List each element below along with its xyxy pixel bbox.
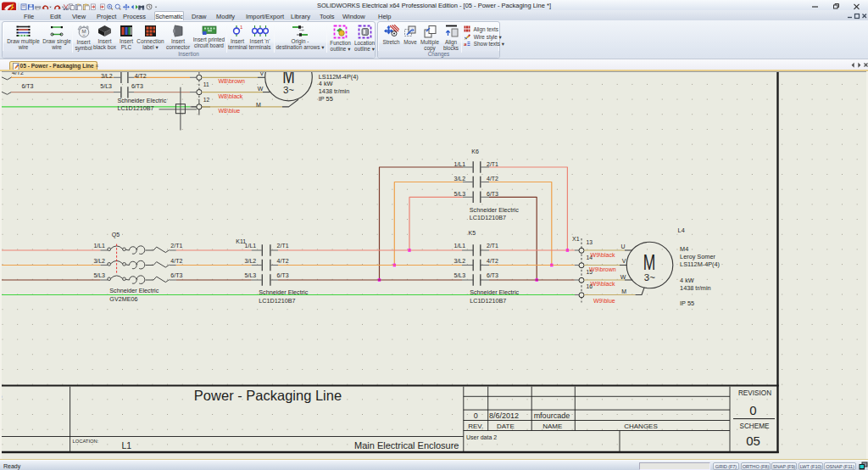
svg-text:4/T2: 4/T2 xyxy=(487,258,498,264)
svg-text:V: V xyxy=(260,72,264,76)
svg-text:a: a xyxy=(464,41,467,48)
svg-text:3~: 3~ xyxy=(644,272,655,283)
svg-text:3/L2: 3/L2 xyxy=(454,258,466,264)
svg-text:3/L2: 3/L2 xyxy=(93,258,105,264)
svg-text:K5: K5 xyxy=(469,230,476,236)
svg-text:2/T1: 2/T1 xyxy=(277,243,289,249)
svg-text:3/L2: 3/L2 xyxy=(245,258,257,264)
svg-text:1/L1: 1/L1 xyxy=(93,243,105,249)
svg-text:REVISION: REVISION xyxy=(738,389,771,397)
svg-text:5/L3: 5/L3 xyxy=(100,83,112,89)
svg-text:Schneider Electric: Schneider Electric xyxy=(109,287,159,294)
svg-text:LOCATION:: LOCATION: xyxy=(73,439,99,444)
svg-text:2/T1: 2/T1 xyxy=(487,243,498,249)
svg-text:IP 55: IP 55 xyxy=(319,95,333,103)
svg-text:5/L3: 5/L3 xyxy=(93,272,105,278)
svg-text:W8\blue: W8\blue xyxy=(219,108,241,114)
svg-text:8/6/2012: 8/6/2012 xyxy=(489,411,519,420)
svg-text:User data 2: User data 2 xyxy=(466,434,497,440)
svg-text:NAME: NAME xyxy=(542,422,562,430)
svg-text:Q5: Q5 xyxy=(112,232,120,238)
svg-text:1438 tr/min: 1438 tr/min xyxy=(319,87,350,95)
svg-text:1: 1 xyxy=(240,25,243,30)
svg-text:W8\black: W8\black xyxy=(219,93,243,99)
svg-text:L4: L4 xyxy=(678,227,685,234)
svg-text:3/L2: 3/L2 xyxy=(101,73,113,79)
svg-text:1438 tr/min: 1438 tr/min xyxy=(680,284,711,292)
svg-text:LC1D1210B7: LC1D1210B7 xyxy=(470,214,506,221)
svg-text:IP 55: IP 55 xyxy=(680,299,694,307)
svg-text:05: 05 xyxy=(746,434,760,448)
svg-text:2/T1: 2/T1 xyxy=(170,243,182,249)
svg-text:LS112M-4P(4): LS112M-4P(4) xyxy=(680,260,720,268)
svg-text:5/L3: 5/L3 xyxy=(454,272,466,278)
svg-text:4/T2: 4/T2 xyxy=(135,73,147,79)
svg-text:M: M xyxy=(256,102,261,108)
svg-text:W9\brown: W9\brown xyxy=(589,266,616,272)
svg-text:W9\blue: W9\blue xyxy=(593,298,615,304)
svg-text:12: 12 xyxy=(203,97,210,103)
svg-text:GV2ME06: GV2ME06 xyxy=(109,295,137,303)
svg-text:W8\brown: W8\brown xyxy=(219,78,246,84)
svg-text:W: W xyxy=(258,86,264,92)
svg-text:X1: X1 xyxy=(572,236,580,242)
svg-text:1/L1: 1/L1 xyxy=(454,243,466,249)
svg-text:4/T2: 4/T2 xyxy=(487,176,498,182)
svg-text:1/L1: 1/L1 xyxy=(245,243,257,249)
svg-text:6/T3: 6/T3 xyxy=(487,191,498,197)
svg-text:M: M xyxy=(643,249,656,275)
svg-text:5/L3: 5/L3 xyxy=(454,191,466,197)
svg-text:W9\black: W9\black xyxy=(591,281,615,287)
svg-text:4 kW: 4 kW xyxy=(319,80,333,87)
svg-text:3~: 3~ xyxy=(283,85,294,95)
svg-text:M: M xyxy=(621,288,626,294)
svg-text:Schneider Electric: Schneider Electric xyxy=(117,97,166,104)
svg-text:CHANGES: CHANGES xyxy=(624,422,658,430)
svg-text:3/L2: 3/L2 xyxy=(454,176,466,182)
svg-text:LC1D1210B7: LC1D1210B7 xyxy=(117,104,153,112)
svg-text:LC1D1210B7: LC1D1210B7 xyxy=(259,297,295,305)
svg-text:LC1D1210B7: LC1D1210B7 xyxy=(470,297,506,305)
svg-text:0: 0 xyxy=(474,411,478,420)
svg-text:K6: K6 xyxy=(471,148,479,154)
svg-text:6/T3: 6/T3 xyxy=(21,83,33,89)
svg-text:L1: L1 xyxy=(122,440,132,450)
svg-text:Schneider Electric: Schneider Electric xyxy=(470,288,519,296)
svg-text:6/T3: 6/T3 xyxy=(131,83,143,89)
svg-text:W: W xyxy=(620,274,626,280)
svg-text:5/L3: 5/L3 xyxy=(245,272,257,278)
svg-text:6/T3: 6/T3 xyxy=(487,272,498,278)
svg-text:mfourcade: mfourcade xyxy=(534,411,570,420)
svg-text:1/L1: 1/L1 xyxy=(454,161,466,167)
svg-text:4/T2: 4/T2 xyxy=(12,72,24,76)
svg-text:~: ~ xyxy=(82,32,85,37)
svg-text:6/T3: 6/T3 xyxy=(277,272,289,278)
svg-text:Main Electrical Enclosure: Main Electrical Enclosure xyxy=(354,440,459,450)
svg-text:0: 0 xyxy=(749,403,756,417)
svg-text:13: 13 xyxy=(587,239,593,245)
svg-text:SCHEME: SCHEME xyxy=(739,422,770,430)
svg-text:Schneider Electric: Schneider Electric xyxy=(259,288,308,296)
svg-text:W9\black: W9\black xyxy=(591,252,615,258)
svg-text:U: U xyxy=(621,243,626,249)
svg-text:2/T1: 2/T1 xyxy=(487,161,498,167)
svg-text:6/T3: 6/T3 xyxy=(170,272,182,278)
svg-text:11: 11 xyxy=(203,81,209,87)
svg-text:4/T2: 4/T2 xyxy=(277,258,289,264)
svg-text:DATE: DATE xyxy=(497,422,515,430)
svg-text:4/T2: 4/T2 xyxy=(170,258,182,264)
svg-text:Power - Packaging Line: Power - Packaging Line xyxy=(194,388,342,403)
svg-text:V: V xyxy=(622,258,626,264)
svg-text:Schneider Electric: Schneider Electric xyxy=(470,206,519,214)
svg-text:REV.: REV. xyxy=(468,422,483,430)
